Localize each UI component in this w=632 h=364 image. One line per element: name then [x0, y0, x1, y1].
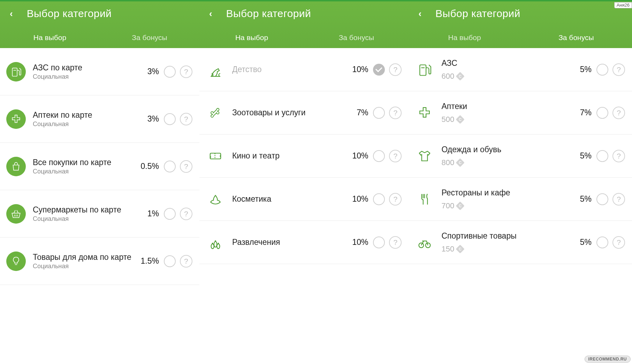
select-radio[interactable] — [373, 107, 385, 119]
category-text: АЗС600 — [441, 58, 580, 81]
help-icon[interactable]: ? — [180, 65, 192, 78]
percentage: 10% — [352, 238, 368, 247]
category-row: Рестораны и кафе7005%? — [409, 178, 632, 221]
header: ‹ Выбор категорий На выбор За бонусы — [199, 1, 409, 48]
select-radio[interactable] — [596, 193, 608, 205]
select-radio[interactable] — [373, 193, 385, 205]
tab-bonus[interactable]: За бонусы — [100, 31, 199, 42]
category-text: Спортивные товары150 — [441, 231, 580, 254]
select-radio[interactable] — [164, 113, 176, 125]
tab-bonus[interactable]: За бонусы — [304, 31, 409, 42]
category-name: Аптеки — [441, 101, 580, 111]
category-sub: Социальная — [33, 73, 147, 80]
category-text: Товары для дома по картеСоциальная — [33, 252, 140, 270]
tab-choice[interactable]: На выбор — [0, 31, 100, 42]
percentage: 1.5% — [140, 256, 159, 266]
price-value: 500 — [441, 115, 454, 124]
percentage: 5% — [580, 238, 592, 247]
lotus-icon — [206, 189, 225, 209]
cross-icon — [6, 109, 26, 129]
category-list: АЗС по картеСоциальная3%?Аптеки по карте… — [0, 48, 199, 364]
coin-icon — [456, 72, 464, 80]
tab-choice[interactable]: На выбор — [199, 31, 304, 42]
help-icon[interactable]: ? — [180, 160, 192, 173]
percentage: 7% — [357, 108, 368, 117]
select-radio[interactable] — [373, 64, 385, 76]
percentage: 5% — [580, 194, 592, 204]
category-list: АЗС6005%?Аптеки5007%?Одежда и обувь8005%… — [409, 48, 632, 364]
help-icon[interactable]: ? — [612, 193, 625, 206]
category-row: Аптеки5007%? — [409, 91, 632, 134]
category-row: Супермаркеты по картеСоциальная1%? — [0, 190, 199, 238]
category-list: Детство10%?Зоотовары и услуги7%?Кино и т… — [199, 48, 409, 364]
help-icon[interactable]: ? — [612, 107, 625, 119]
tab-choice[interactable]: На выбор — [409, 31, 520, 42]
category-text: Детство — [232, 64, 352, 75]
page-title: Выбор категорий — [226, 8, 311, 20]
help-icon[interactable]: ? — [180, 113, 192, 125]
horse-icon — [206, 60, 225, 79]
category-row: АЗС по картеСоциальная3%? — [0, 48, 199, 95]
select-radio[interactable] — [164, 66, 176, 78]
category-price: 500 — [441, 115, 580, 124]
help-icon[interactable]: ? — [389, 193, 402, 206]
select-radio[interactable] — [596, 150, 608, 162]
help-icon[interactable]: ? — [180, 255, 192, 268]
bag-icon — [6, 157, 26, 176]
back-icon[interactable]: ‹ — [418, 8, 421, 19]
category-text: Зоотовары и услуги — [232, 108, 357, 118]
panel-1: ‹ Выбор категорий На выбор За бонусы АЗС… — [0, 1, 199, 364]
help-icon[interactable]: ? — [612, 150, 625, 162]
cutlery-icon — [415, 189, 434, 209]
coin-icon — [456, 115, 464, 124]
help-icon[interactable]: ? — [389, 150, 402, 162]
help-icon[interactable]: ? — [612, 63, 625, 76]
percentage: 7% — [580, 108, 592, 117]
back-icon[interactable]: ‹ — [10, 8, 13, 19]
category-row: Одежда и обувь8005%? — [409, 134, 632, 178]
category-row: Кино и театр10%? — [199, 134, 409, 178]
price-value: 800 — [441, 158, 454, 167]
select-radio[interactable] — [164, 161, 176, 172]
panel-3: ‹ Выбор категорий На выбор За бонусы АЗС… — [409, 1, 632, 364]
watermark: IRECOMMEND.RU — [585, 356, 631, 363]
select-radio[interactable] — [373, 150, 385, 162]
category-name: Товары для дома по карте — [33, 252, 140, 262]
tab-bonus[interactable]: За бонусы — [520, 31, 632, 42]
category-name: Зоотовары и услуги — [232, 108, 357, 118]
user-badge: Аня26 — [614, 2, 632, 8]
percentage: 5% — [580, 151, 592, 161]
help-icon[interactable]: ? — [180, 208, 192, 220]
category-row: Детство10%? — [199, 48, 409, 91]
category-name: Спортивные товары — [441, 231, 580, 241]
help-icon[interactable]: ? — [389, 236, 402, 249]
category-name: Все покупки по карте — [33, 157, 140, 168]
category-text: Косметика — [232, 194, 352, 204]
help-icon[interactable]: ? — [612, 236, 625, 249]
back-icon[interactable]: ‹ — [209, 8, 212, 19]
select-radio[interactable] — [164, 208, 176, 220]
select-radio[interactable] — [596, 107, 608, 119]
select-radio[interactable] — [373, 237, 385, 248]
panel-2: ‹ Выбор категорий На выбор За бонусы Дет… — [199, 1, 409, 364]
percentage: 5% — [580, 65, 592, 74]
fuel-icon — [6, 62, 26, 82]
category-name: Детство — [232, 64, 352, 75]
percentage: 10% — [352, 194, 368, 204]
select-radio[interactable] — [596, 237, 608, 248]
percentage: 1% — [147, 209, 159, 218]
help-icon[interactable]: ? — [389, 63, 402, 76]
percentage: 3% — [147, 114, 159, 124]
select-radio[interactable] — [164, 255, 176, 267]
category-row: Развлечения10%? — [199, 221, 409, 264]
category-sub: Социальная — [33, 263, 140, 270]
category-name: Косметика — [232, 194, 352, 204]
select-radio[interactable] — [596, 64, 608, 76]
category-price: 150 — [441, 245, 580, 254]
page-title: Выбор категорий — [435, 8, 520, 20]
category-name: АЗС — [441, 58, 580, 68]
header: ‹ Выбор категорий На выбор За бонусы — [409, 1, 632, 48]
cross-icon — [415, 103, 434, 123]
help-icon[interactable]: ? — [389, 107, 402, 119]
category-text: Развлечения — [232, 237, 352, 247]
